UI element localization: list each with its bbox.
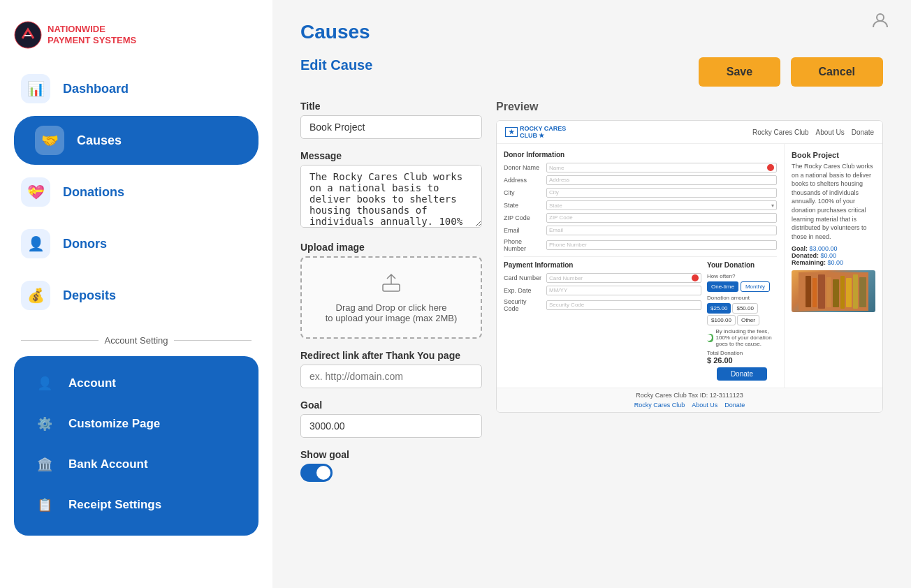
remaining-value: $0.00 <box>828 259 844 266</box>
goal-input[interactable] <box>300 414 482 438</box>
preview-exp-date: Exp. Date MM/YY <box>504 286 701 295</box>
message-label: Message <box>300 150 482 161</box>
preview-field-address: Address Address <box>504 175 777 185</box>
svg-rect-4 <box>806 276 811 307</box>
amount-50-button[interactable]: $50.00 <box>732 303 757 314</box>
svg-rect-9 <box>840 276 845 309</box>
svg-rect-7 <box>826 277 831 307</box>
amount-other-button[interactable]: Other <box>737 315 759 325</box>
total-amount: $ 26.00 <box>707 356 777 365</box>
sidebar-item-causes[interactable]: 🤝 Causes <box>14 116 258 165</box>
sidebar: NATIONWIDE PAYMENT SYSTEMS 📊 Dashboard 🤝… <box>0 0 272 588</box>
amount-100-button[interactable]: $100.00 <box>707 315 736 325</box>
preview-pay-left: Payment Information Card Number Card Num… <box>504 261 701 381</box>
account-section: 👤 Account ⚙️ Customize Page 🏛️ Bank Acco… <box>14 356 258 536</box>
donation-amount-label: Donation amount <box>707 295 777 301</box>
message-textarea[interactable]: The Rocky Cares Club works on a national… <box>300 165 482 228</box>
total-donation-label: Total Donation <box>707 350 777 356</box>
customize-label: Customize Page <box>68 417 160 431</box>
preview-field-city: City City <box>504 188 777 198</box>
onetime-button[interactable]: One-time <box>707 281 738 292</box>
freq-buttons: One-time Monthly <box>707 281 777 292</box>
preview-right-text: The Rocky Cares Club works on a national… <box>792 162 875 241</box>
sidebar-item-deposits[interactable]: 💰 Deposits <box>0 271 272 320</box>
sidebar-item-label: Causes <box>77 133 122 148</box>
preview-donated: Donated: $0.00 <box>792 252 875 259</box>
title-input[interactable] <box>300 115 482 139</box>
upload-subtext: to upload your image (max 2MB) <box>312 313 470 323</box>
upload-group: Upload image Drag and Drop or click here… <box>300 242 482 339</box>
show-goal-toggle[interactable] <box>300 464 333 482</box>
sidebar-item-donors[interactable]: 👤 Donors <box>0 219 272 268</box>
top-bar: Edit Cause Save Cancel <box>300 57 883 87</box>
title-group: Title <box>300 101 482 139</box>
fee-toggle-row: By including the fees, 100% of your dona… <box>707 328 777 347</box>
edit-cause-title: Edit Cause <box>300 57 372 73</box>
sidebar-item-label: Donors <box>63 237 107 251</box>
show-goal-group: Show goal <box>300 449 482 482</box>
customize-icon: ⚙️ <box>31 411 58 437</box>
logo-area: NATIONWIDE PAYMENT SYSTEMS <box>0 14 272 63</box>
amount-25-button[interactable]: $25.00 <box>707 303 731 314</box>
donations-icon: 💝 <box>21 177 50 207</box>
sidebar-item-receipt[interactable]: 📋 Receipt Settings <box>14 485 258 525</box>
sidebar-item-label: Dashboard <box>63 82 129 96</box>
donate-button[interactable]: Donate <box>717 367 767 381</box>
redirect-label: Redirect link after Thank You page <box>300 350 482 361</box>
left-panel: Title Message The Rocky Cares Club works… <box>300 101 482 493</box>
title-label: Title <box>300 101 482 112</box>
your-donation-title: Your Donation <box>707 261 777 269</box>
preview-card-number: Card Number Card Number <box>504 273 701 283</box>
book-image <box>792 270 875 312</box>
goal-group: Goal <box>300 399 482 438</box>
show-goal-toggle-row <box>300 464 482 482</box>
preview-nav: ★ ROCKY CARESCLUB ★ Rocky Cares Club Abo… <box>497 121 882 144</box>
amount-buttons: $25.00 $50.00 $100.00 Other <box>707 303 777 325</box>
dashboard-icon: 📊 <box>21 74 50 103</box>
preview-goal: Goal: $3,000.00 <box>792 245 875 252</box>
preview-form-left: Donor Information Donor Name Name Addres… <box>497 144 785 388</box>
bank-label: Bank Account <box>68 457 148 471</box>
causes-icon: 🤝 <box>35 126 64 155</box>
footer-tax: Rocky Cares Club Tax ID: 12-3111123 <box>504 392 875 399</box>
redirect-group: Redirect link after Thank You page <box>300 350 482 388</box>
sidebar-item-customize[interactable]: ⚙️ Customize Page <box>14 404 258 444</box>
fee-text: By including the fees, 100% of your dona… <box>716 328 777 347</box>
show-goal-label: Show goal <box>300 449 482 460</box>
account-icon: 👤 <box>31 370 58 397</box>
preview-logo-area: ★ ROCKY CARESCLUB ★ <box>505 125 566 139</box>
save-button[interactable]: Save <box>699 57 780 87</box>
logo-icon <box>14 21 42 49</box>
right-panel: Preview ★ ROCKY CARESCLUB ★ Rocky Cares … <box>496 101 883 493</box>
svg-rect-5 <box>812 278 817 307</box>
cancel-button[interactable]: Cancel <box>791 57 883 87</box>
donor-info-title: Donor Information <box>504 151 777 159</box>
goal-label: Goal <box>300 399 482 411</box>
upload-area[interactable]: Drag and Drop or click here to upload yo… <box>300 256 482 339</box>
logo-text: NATIONWIDE PAYMENT SYSTEMS <box>48 24 136 45</box>
preview-box: ★ ROCKY CARESCLUB ★ Rocky Cares Club Abo… <box>496 120 883 413</box>
svg-rect-10 <box>846 278 852 307</box>
preview-footer: Rocky Cares Club Tax ID: 12-3111123 Rock… <box>497 388 882 412</box>
svg-rect-8 <box>833 279 839 307</box>
goal-value: $3,000.00 <box>810 245 838 252</box>
user-icon-button[interactable] <box>870 10 890 33</box>
donated-value: $0.00 <box>821 252 837 259</box>
sidebar-item-donations[interactable]: 💝 Donations <box>0 168 272 216</box>
svg-rect-12 <box>859 277 866 307</box>
preview-payment-section: Payment Information Card Number Card Num… <box>504 261 777 381</box>
preview-field-zip: ZIP Code ZIP Code <box>504 213 777 223</box>
how-often-label: How often? <box>707 273 777 279</box>
svg-rect-2 <box>383 284 400 291</box>
preview-label: Preview <box>496 101 883 113</box>
redirect-input[interactable] <box>300 365 482 388</box>
monthly-button[interactable]: Monthly <box>741 281 770 292</box>
preview-body: Donor Information Donor Name Name Addres… <box>497 144 882 388</box>
fee-toggle[interactable] <box>707 334 713 342</box>
deposits-icon: 💰 <box>21 281 50 310</box>
svg-point-1 <box>877 14 884 21</box>
sidebar-item-dashboard[interactable]: 📊 Dashboard <box>0 64 272 113</box>
preview-remaining: Remaining: $0.00 <box>792 259 875 266</box>
sidebar-item-account[interactable]: 👤 Account <box>14 363 258 404</box>
sidebar-item-bank[interactable]: 🏛️ Bank Account <box>14 444 258 485</box>
